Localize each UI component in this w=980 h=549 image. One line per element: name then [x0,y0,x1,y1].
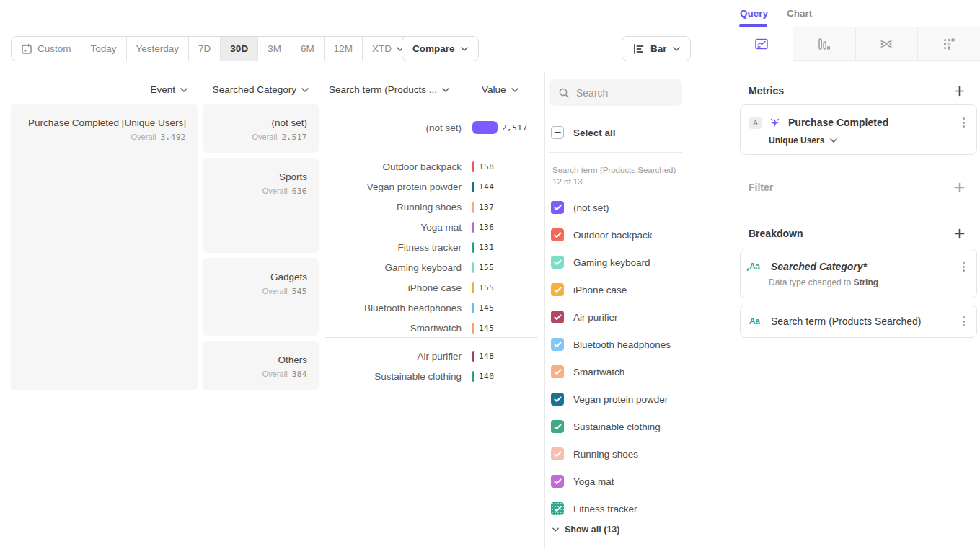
measure-selector[interactable]: Unique Users [769,135,976,146]
column-header-category[interactable]: Searched Category [203,84,309,95]
date-btn-3m[interactable]: 3M [258,37,291,61]
date-btn-today[interactable]: Today [81,37,127,61]
checkbox[interactable] [551,256,564,269]
filter-item[interactable]: Sustainable clothing [551,413,682,440]
date-btn-7d[interactable]: 7D [189,37,221,61]
checkbox[interactable] [551,228,564,241]
compare-button[interactable]: Compare [402,36,479,61]
table-row[interactable]: Bluetooth headphones 145 [325,298,541,318]
filter-item[interactable]: Running shoes [551,440,682,468]
date-btn-30d-selected[interactable]: 30D [221,37,258,61]
value-bar [472,222,474,233]
date-btn-yesterday[interactable]: Yesterday [127,37,190,61]
select-all-row[interactable]: Select all [551,126,616,139]
breakdown-menu-button[interactable] [960,313,968,329]
search-input[interactable] [576,87,670,99]
chevron-down-icon [180,88,187,92]
table-row[interactable]: Sustainable clothing 140 [325,366,541,386]
checkbox[interactable] [551,502,564,515]
column-header-search-term[interactable]: Search term (Products ... [329,84,449,95]
show-all-link[interactable]: Show all (13) [552,525,619,535]
date-btn-12m[interactable]: 12M [325,37,363,61]
funnels-icon [817,37,831,51]
add-metric-button[interactable] [954,86,965,97]
tab-query[interactable]: Query [740,8,768,19]
breakdown-title: Breakdown [749,228,803,239]
filter-item-list: (not set) Outdoor backpack Gaming keyboa… [551,194,682,522]
tab-flows[interactable] [855,27,918,61]
breakdown-note: Data type changed to String [769,277,976,287]
checkbox[interactable] [551,475,564,488]
event-cell[interactable]: Purchase Completed [Unique Users] Overal… [11,104,198,390]
filter-item[interactable]: Gaming keyboard [551,249,682,276]
metric-card[interactable]: A Purchase Completed Unique Users [740,104,977,155]
filter-separator [549,152,682,153]
value-bar [472,371,474,382]
table-row[interactable]: Vegan protein powder 144 [325,177,541,197]
checkbox[interactable] [551,420,564,433]
filter-header: Filter [749,182,965,193]
metric-menu-button[interactable] [960,115,968,130]
select-all-checkbox[interactable] [551,126,564,139]
value-bar [472,242,474,253]
category-cell[interactable]: Gadgets Overall545 [203,258,319,336]
checkbox[interactable] [551,393,564,406]
filter-item[interactable]: Fitness tracker [551,495,682,522]
tab-retention[interactable] [917,27,980,61]
breakdown-card-searched-category[interactable]: Aa* Searched Category* Data type changed… [740,249,977,298]
table-row[interactable]: Smartwatch 145 [325,318,541,338]
table-row[interactable]: Gaming keyboard 155 [325,257,541,277]
check-icon [554,259,562,266]
chevron-down-icon [461,47,468,51]
table-row[interactable]: (not set) 2,517 [325,117,541,138]
filter-item[interactable]: Smartwatch [551,358,682,385]
tab-insights[interactable] [730,27,793,61]
tab-funnels[interactable] [793,27,855,61]
filter-item[interactable]: Vegan protein powder [551,385,682,413]
table-row[interactable]: Air purifier 148 [325,346,541,366]
checkbox[interactable] [551,311,564,323]
check-icon [554,232,562,238]
filter-item[interactable]: Outdoor backpack [551,221,682,249]
column-header-value[interactable]: Value [482,84,518,95]
tab-chart[interactable]: Chart [787,8,812,19]
checkbox[interactable] [551,447,564,460]
breakdown-menu-button[interactable] [960,259,968,274]
column-header-event[interactable]: Event [11,84,187,95]
add-filter-button[interactable] [954,182,965,193]
table-row[interactable]: Yoga mat 136 [325,217,541,237]
category-cell[interactable]: (not set) Overall2,517 [203,104,319,153]
table-row[interactable]: Running shoes 137 [325,197,541,217]
check-icon [554,478,562,485]
event-icon [769,117,781,129]
string-property-icon: Aa* [749,262,764,272]
filter-item[interactable]: Yoga mat [551,468,682,495]
chart-type-button[interactable]: Bar [622,36,691,61]
calendar-icon [21,43,32,55]
filter-item[interactable]: Air purifier [551,303,682,331]
date-btn-custom[interactable]: Custom [12,37,81,61]
check-icon [554,396,562,403]
filter-item[interactable]: iPhone case [551,276,682,303]
table-row[interactable]: iPhone case 155 [325,277,541,298]
checkbox[interactable] [551,365,564,378]
row-separator [325,153,538,153]
category-cell[interactable]: Others Overall384 [203,341,319,390]
table-row[interactable]: Outdoor backpack 158 [325,156,541,177]
series-badge: A [749,117,762,129]
check-icon [554,342,562,348]
row-separator [325,337,538,338]
insights-icon [754,37,769,51]
date-btn-6m[interactable]: 6M [291,37,325,61]
event-name: Purchase Completed [Unique Users] [18,117,186,130]
breakdown-card-search-term[interactable]: Aa Search term (Products Searched) [740,305,977,338]
checkbox[interactable] [551,201,564,214]
add-breakdown-button[interactable] [954,228,965,239]
checkbox[interactable] [551,338,564,351]
search-icon [558,87,570,99]
filter-item[interactable]: Bluetooth headphones [551,331,682,358]
checkbox[interactable] [551,283,564,296]
category-cell[interactable]: Sports Overall636 [203,158,319,253]
string-property-icon: Aa [749,316,764,326]
filter-item[interactable]: (not set) [551,194,682,221]
